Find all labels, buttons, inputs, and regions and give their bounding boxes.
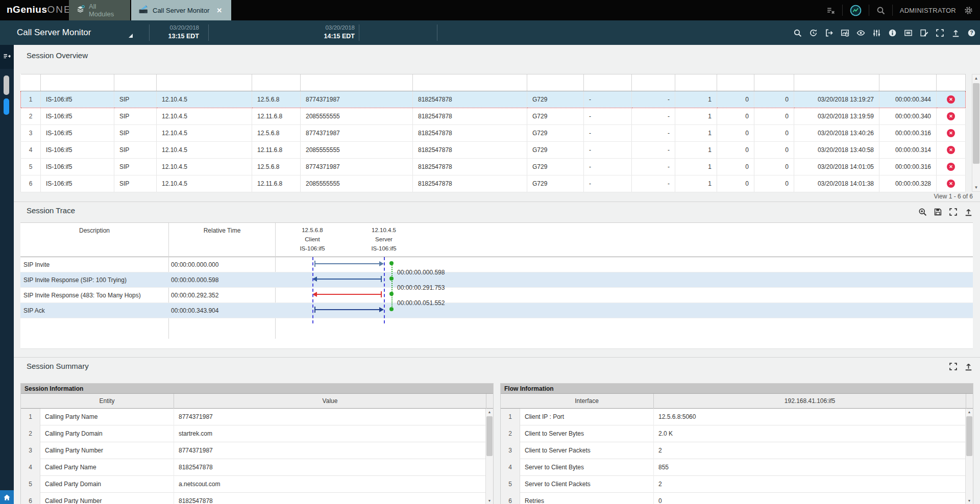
table-row[interactable]: 6 Retries 0	[501, 493, 973, 504]
table-row[interactable]: 6 IS-106:if5 SIP 12.10.4.5 12.11.6.8 208…	[21, 175, 966, 192]
view-title[interactable]: Call Server Monitor	[17, 28, 91, 38]
eye-icon[interactable]	[856, 29, 865, 37]
edit-report-icon[interactable]	[920, 29, 928, 37]
history-icon[interactable]	[809, 29, 818, 37]
cell-me-name: IS-106:if5	[41, 108, 114, 125]
table-row[interactable]: 5 IS-106:if5 SIP 12.10.4.5 12.5.6.8 8774…	[21, 159, 966, 175]
scroll-up-icon[interactable]: ▲	[486, 409, 493, 416]
scroll-down-icon[interactable]: ▼	[966, 497, 973, 504]
column-header[interactable]	[157, 74, 252, 91]
scrollbar-thumb[interactable]	[966, 416, 972, 456]
search-icon[interactable]	[793, 29, 802, 37]
column-header[interactable]	[41, 74, 114, 91]
fullscreen-icon[interactable]	[949, 362, 958, 373]
filter-sliders-icon[interactable]	[872, 29, 881, 37]
table-scrollbar[interactable]: ▲ ▼	[965, 409, 973, 504]
export-up-icon[interactable]	[951, 29, 960, 37]
table-scrollbar[interactable]: ▲ ▼	[485, 409, 493, 504]
cell-me-name: IS-106:if5	[41, 125, 114, 142]
table-row[interactable]: 1 IS-106:if5 SIP 12.10.4.5 12.5.6.8 8774…	[21, 91, 966, 108]
cell-timeouts: 0	[754, 108, 794, 125]
sidebar-expand-icon[interactable]	[0, 45, 14, 69]
cell-app-errors: 1	[675, 125, 717, 142]
scrollbar-thumb[interactable]	[486, 416, 493, 456]
home-button[interactable]	[0, 490, 14, 504]
table-scrollbar[interactable]: ▲ ▼	[972, 74, 980, 192]
gap-time-label: 00:00:00.000.598	[397, 269, 445, 276]
cell-app-errors: 1	[675, 108, 717, 125]
info-icon[interactable]	[888, 29, 897, 37]
trace-row[interactable]: SIP Invite Response (SIP: 100 Trying) 00…	[20, 272, 973, 288]
tab-all-modules[interactable]: All Modules	[69, 0, 130, 20]
cell-client-ip: 12.11.6.8	[252, 108, 301, 125]
scroll-down-icon[interactable]: ▼	[972, 184, 980, 191]
column-header[interactable]	[301, 74, 413, 91]
column-header[interactable]: Value	[174, 394, 486, 409]
column-header[interactable]	[632, 74, 675, 91]
snapshot-icon[interactable]	[841, 29, 849, 37]
export-up-icon[interactable]	[964, 362, 973, 373]
save-disk-icon[interactable]	[934, 208, 942, 218]
export-session-icon[interactable]	[825, 29, 834, 37]
time-range-start[interactable]: 03/20/2018 13:15 EDT	[168, 23, 199, 41]
column-header: Relative Time	[179, 227, 265, 234]
table-row[interactable]: 3 Client to Server Packets 2	[501, 442, 973, 459]
table-row[interactable]: 2 Client to Server Bytes 2.0 K	[501, 425, 973, 442]
fullscreen-icon[interactable]	[949, 208, 958, 218]
column-header[interactable]: Entity	[40, 394, 174, 409]
column-header[interactable]: Interface	[520, 394, 654, 409]
column-header[interactable]	[584, 74, 632, 91]
divider	[892, 5, 893, 16]
window-card-icon[interactable]	[904, 29, 913, 37]
global-search-icon[interactable]	[876, 6, 885, 15]
column-header[interactable]	[252, 74, 301, 91]
column-header[interactable]	[717, 74, 754, 91]
sidebar-scroll-thumb[interactable]	[4, 75, 9, 95]
table-row[interactable]: 5 Called Party Domain a.netscout.com	[21, 476, 493, 493]
session-list-close-icon[interactable]	[826, 6, 835, 15]
column-header[interactable]	[527, 74, 584, 91]
sidebar-scroll-thumb-active[interactable]	[4, 98, 9, 115]
table-row[interactable]: 2 Calling Party Domain startrek.com	[21, 425, 493, 442]
trace-row[interactable]: SIP Invite Response (483: Too Many Hops)…	[20, 288, 973, 303]
column-header[interactable]	[21, 74, 41, 91]
column-header[interactable]	[114, 74, 157, 91]
cell-start-time: 03/20/2018 14:01:38	[794, 175, 879, 192]
table-row[interactable]: 4 Server to Client Bytes 855	[501, 459, 973, 476]
column-header[interactable]	[879, 74, 937, 91]
column-header[interactable]	[413, 74, 527, 91]
close-tab-icon[interactable]: ✕	[216, 7, 222, 14]
ngenius-pulse-logo-icon[interactable]	[850, 5, 862, 16]
column-header[interactable]	[794, 74, 879, 91]
cell-row-number: 4	[21, 142, 41, 159]
zoom-in-icon[interactable]	[918, 208, 927, 218]
time-range-end[interactable]: 03/20/2018 14:15 EDT	[324, 23, 355, 41]
table-row[interactable]: 1 Calling Party Name 8774371987	[21, 409, 493, 425]
session-overview-table: 1 IS-106:if5 SIP 12.10.4.5 12.5.6.8 8774…	[20, 74, 966, 192]
scroll-up-icon[interactable]: ▲	[966, 409, 973, 416]
export-up-icon[interactable]	[964, 208, 973, 218]
table-row[interactable]: 4 Called Party Name 8182547878	[21, 459, 493, 476]
column-header[interactable]	[937, 74, 966, 91]
column-header[interactable]	[675, 74, 717, 91]
view-title-caret-icon[interactable]	[129, 34, 133, 38]
trace-row[interactable]: SIP Ack 00:00:00.343.904	[20, 303, 973, 318]
table-row[interactable]: 3 Calling Party Number 8774371987	[21, 442, 493, 459]
table-row[interactable]: 1 Client IP : Port 12.5.6.8:5060	[501, 409, 973, 425]
table-row[interactable]: 5 Server to Client Packets 2	[501, 476, 973, 493]
column-header[interactable]	[754, 74, 794, 91]
scroll-down-icon[interactable]: ▼	[486, 497, 493, 504]
scrollbar-thumb[interactable]	[973, 83, 979, 164]
fullscreen-icon[interactable]	[936, 29, 944, 37]
scroll-up-icon[interactable]: ▲	[972, 74, 980, 82]
tab-call-server-monitor[interactable]: Call Server Monitor ✕	[131, 0, 231, 20]
table-row[interactable]: 3 IS-106:if5 SIP 12.10.4.5 12.5.6.8 8774…	[21, 125, 966, 142]
table-row[interactable]: 2 IS-106:if5 SIP 12.10.4.5 12.11.6.8 208…	[21, 108, 966, 125]
settings-gear-icon[interactable]	[964, 6, 973, 15]
column-header[interactable]: 192.168.41.106:if5	[654, 394, 966, 409]
user-name[interactable]: ADMINISTRATOR	[900, 7, 956, 14]
table-row[interactable]: 4 IS-106:if5 SIP 12.10.4.5 12.11.6.8 208…	[21, 142, 966, 159]
table-row[interactable]: 6 Called Party Number 8182547878	[21, 493, 493, 504]
help-icon[interactable]: ?	[967, 29, 976, 37]
trace-row[interactable]: SIP Invite 00:00:00.000.000	[20, 257, 973, 272]
